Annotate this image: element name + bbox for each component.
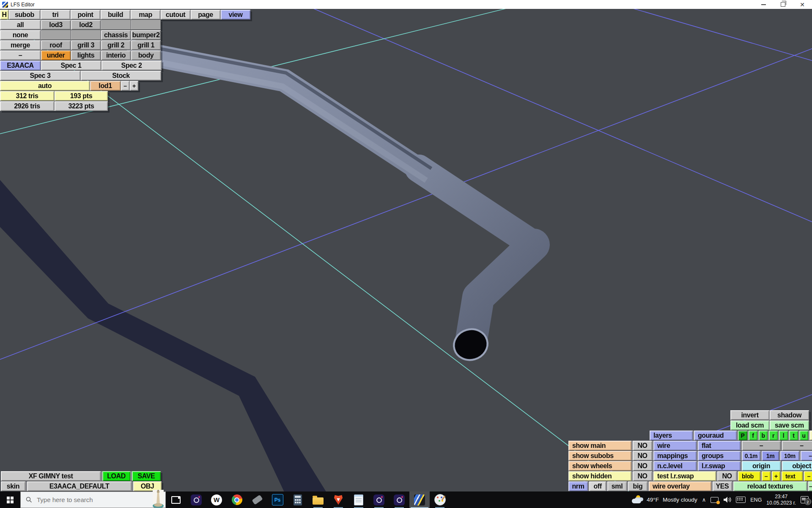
blob-button[interactable]: blob bbox=[738, 471, 760, 481]
view-tab-selected[interactable]: view bbox=[221, 10, 250, 19]
taskbar-app-notepad[interactable] bbox=[348, 491, 369, 508]
text-minus-button[interactable]: – bbox=[804, 471, 812, 481]
wire-button[interactable]: wire bbox=[653, 441, 697, 450]
blob-plus-button[interactable]: + bbox=[772, 471, 780, 481]
shadow-button[interactable]: shadow bbox=[770, 410, 809, 420]
point-tab[interactable]: point bbox=[71, 10, 100, 19]
show-hidden-value[interactable]: NO bbox=[633, 471, 652, 481]
flag-r-button[interactable]: r bbox=[769, 431, 778, 440]
nc-level-button[interactable]: n.c.level bbox=[653, 461, 697, 471]
bumper2-button[interactable]: bumper2 bbox=[131, 30, 161, 40]
under-button-selected[interactable]: under bbox=[41, 50, 71, 60]
show-subobs-value[interactable]: NO bbox=[633, 451, 652, 461]
weather-widget[interactable]: 49°F Mostly cloudy bbox=[632, 496, 697, 503]
mappings-button[interactable]: mappings bbox=[653, 451, 697, 461]
taskbar-app-circle-1[interactable] bbox=[186, 491, 206, 508]
stock-button[interactable]: Stock bbox=[81, 71, 161, 80]
grill1-button[interactable]: grill 1 bbox=[131, 40, 161, 50]
search-highlight-image[interactable] bbox=[153, 490, 164, 508]
layers-button[interactable]: layers bbox=[650, 431, 693, 440]
nrm-off-button[interactable]: off bbox=[589, 481, 606, 491]
lod2-button[interactable]: lod2 bbox=[71, 20, 101, 30]
clock[interactable]: 23:47 10.05.2023 г. bbox=[766, 494, 796, 506]
scale-10m-button[interactable]: 10m bbox=[780, 451, 799, 461]
lod-plus-button[interactable]: + bbox=[130, 81, 138, 91]
scale-1m-button-selected[interactable]: 1m bbox=[762, 451, 779, 461]
show-wheels-value[interactable]: NO bbox=[633, 461, 652, 471]
flag-t-button[interactable]: t bbox=[789, 431, 798, 440]
taskbar-app-photoshop[interactable]: Ps bbox=[267, 491, 288, 508]
map-tab[interactable]: map bbox=[131, 10, 160, 19]
save-scm-button[interactable]: save scm bbox=[770, 420, 809, 430]
task-view-button[interactable] bbox=[166, 491, 186, 508]
nrm-sml-button[interactable]: sml bbox=[607, 481, 627, 491]
groups-button[interactable]: groups bbox=[698, 451, 741, 461]
wire-overlay-value[interactable]: YES bbox=[713, 481, 732, 491]
gouraud-button[interactable]: gouraud bbox=[694, 431, 737, 440]
body-button[interactable]: body bbox=[131, 50, 161, 60]
taskbar-app-paint[interactable] bbox=[430, 491, 450, 508]
nrm-big-button[interactable]: big bbox=[628, 481, 647, 491]
lod1-button[interactable]: lod1 bbox=[90, 81, 121, 91]
flag-u-button[interactable]: u bbox=[799, 431, 808, 440]
taskbar-app-circle-3[interactable] bbox=[389, 491, 409, 508]
taskbar-app-brave[interactable] bbox=[328, 491, 348, 508]
start-button[interactable] bbox=[0, 491, 20, 508]
taskbar-app-chrome[interactable] bbox=[227, 491, 247, 508]
invert-button[interactable]: invert bbox=[730, 410, 769, 420]
build-tab[interactable]: build bbox=[101, 10, 130, 19]
taskbar-search[interactable] bbox=[20, 491, 166, 508]
dash-button[interactable]: – bbox=[0, 50, 41, 60]
save-button[interactable]: SAVE bbox=[132, 471, 161, 481]
chassis-button[interactable]: chassis bbox=[101, 30, 131, 40]
taskbar-app-circle-2[interactable] bbox=[369, 491, 389, 508]
page-tab[interactable]: page bbox=[191, 10, 220, 19]
spec2-button[interactable]: Spec 2 bbox=[102, 61, 162, 70]
flag-p-button[interactable]: P bbox=[738, 431, 747, 440]
taskbar-app-calculator[interactable] bbox=[288, 491, 308, 508]
taskbar-app-wikipedia[interactable]: W bbox=[206, 491, 227, 508]
show-main-value[interactable]: NO bbox=[633, 441, 652, 450]
subob-tab[interactable]: subob bbox=[9, 10, 40, 19]
volume-icon[interactable] bbox=[723, 497, 731, 503]
minimize-button[interactable] bbox=[754, 0, 773, 9]
lod-minus-button[interactable]: – bbox=[121, 81, 129, 91]
search-input[interactable] bbox=[36, 496, 131, 504]
scale-dash-button[interactable]: – bbox=[801, 451, 812, 461]
close-button[interactable]: ✕ bbox=[793, 0, 812, 9]
flag-l-button[interactable]: l bbox=[779, 431, 788, 440]
tray-monitor-icon[interactable] bbox=[710, 497, 719, 503]
lights-button[interactable]: lights bbox=[71, 50, 101, 60]
dash-right-button[interactable]: – bbox=[782, 441, 812, 450]
blob-minus-button[interactable]: – bbox=[762, 471, 771, 481]
spec-id-button[interactable]: E3AACA bbox=[0, 61, 41, 70]
tri-tab[interactable]: tri bbox=[41, 10, 70, 19]
wire-overlay-button[interactable]: wire overlay bbox=[649, 481, 711, 491]
taskbar-app-explorer[interactable] bbox=[308, 491, 328, 508]
flag-dot-button[interactable]: ● bbox=[809, 431, 812, 440]
show-subobs-button[interactable]: show subobs bbox=[568, 451, 631, 461]
spec3-button[interactable]: Spec 3 bbox=[0, 71, 80, 80]
scale-01m-button[interactable]: 0.1m bbox=[742, 451, 760, 461]
all-button[interactable]: all bbox=[0, 20, 41, 30]
grill3-button[interactable]: grill 3 bbox=[71, 40, 101, 50]
origin-button[interactable]: origin bbox=[742, 461, 781, 471]
nrm-button-selected[interactable]: nrm bbox=[568, 481, 588, 491]
show-hidden-button[interactable]: show hidden bbox=[568, 471, 631, 481]
cutout-tab[interactable]: cutout bbox=[161, 10, 190, 19]
reload-dash-button[interactable]: – bbox=[808, 481, 812, 491]
roof-button[interactable]: roof bbox=[41, 40, 71, 50]
h-button[interactable]: H bbox=[0, 10, 8, 19]
touch-keyboard-icon[interactable] bbox=[736, 497, 746, 503]
lr-swap-button[interactable]: l.r.swap bbox=[698, 461, 741, 471]
lod3-button[interactable]: lod3 bbox=[41, 20, 71, 30]
flat-button[interactable]: flat bbox=[698, 441, 741, 450]
flag-f-button[interactable]: f bbox=[749, 431, 757, 440]
skin-name-field[interactable]: E3AACA_DEFAULT bbox=[27, 481, 132, 491]
auto-lod-button[interactable]: auto bbox=[0, 81, 90, 91]
none-button[interactable]: none bbox=[0, 30, 41, 40]
tray-expand-chevron-icon[interactable]: ∧ bbox=[702, 497, 706, 503]
dash-left-button[interactable]: – bbox=[742, 441, 781, 450]
reload-textures-button[interactable]: reload textures bbox=[733, 481, 807, 491]
load-scm-button[interactable]: load scm bbox=[730, 420, 769, 430]
